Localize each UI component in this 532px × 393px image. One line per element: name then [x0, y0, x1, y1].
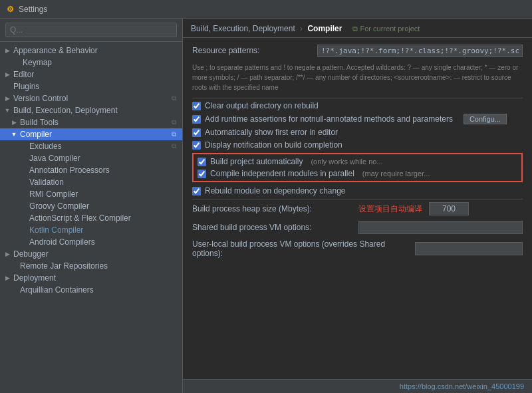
arrow-icon: ▶	[3, 275, 12, 281]
sidebar-item-build-exec[interactable]: ▼ Build, Execution, Deployment	[0, 104, 182, 116]
url-bar: https://blog.csdn.net/weixin_45000199	[183, 379, 532, 393]
checkbox-clear-output: Clear output directory on rebuild	[192, 101, 523, 110]
sidebar-item-plugins[interactable]: Plugins	[0, 80, 182, 92]
sidebar: ▶ Appearance & Behavior Keymap ▶ Editor …	[0, 19, 183, 393]
sidebar-item-kotlin[interactable]: Kotlin Compiler	[0, 224, 182, 236]
shared-vm-row: Shared build process VM options:	[192, 221, 523, 234]
arrow-icon: ▶	[3, 71, 12, 78]
icon-right: ⧉	[168, 142, 180, 150]
checkbox-rebuild-label[interactable]: Rebuild module on dependency change	[205, 186, 346, 196]
sidebar-tree: ▶ Appearance & Behavior Keymap ▶ Editor …	[0, 42, 182, 393]
checkbox-runtime-input[interactable]	[192, 115, 201, 124]
sidebar-item-validation[interactable]: Validation	[0, 176, 182, 188]
user-vm-row: User-local build process VM options (ove…	[192, 239, 523, 258]
checkbox-runtime-label[interactable]: Add runtime assertions for notnull-annot…	[205, 114, 453, 124]
sidebar-item-groovy[interactable]: Groovy Compiler	[0, 200, 182, 212]
highlighted-section: Build project automatically (only works …	[192, 153, 523, 182]
checkbox-show-error-label[interactable]: Automatically show first error in editor	[205, 128, 338, 137]
build-auto-note: (only works while no...	[311, 158, 382, 166]
shared-vm-input[interactable]	[358, 221, 523, 234]
title-text: Settings	[19, 5, 47, 14]
checkbox-compile-parallel-input[interactable]	[198, 170, 206, 178]
sidebar-item-debugger[interactable]: ▶ Debugger	[0, 248, 182, 260]
user-vm-input[interactable]	[415, 242, 523, 255]
arrow-icon: ▶	[3, 47, 12, 54]
heap-label: Build process heap size (Mbytes):	[192, 204, 352, 213]
heap-row: Build process heap size (Mbytes): 设置项目自动…	[192, 202, 523, 215]
checkbox-compile-parallel: Compile independent modules in parallel …	[198, 169, 517, 178]
sidebar-item-arquillian[interactable]: Arquillian Containers	[0, 284, 182, 296]
checkbox-notification-input[interactable]	[192, 141, 201, 150]
panel-header: Build, Execution, Deployment › Compiler …	[183, 19, 532, 38]
sidebar-item-appearance[interactable]: ▶ Appearance & Behavior	[0, 45, 182, 57]
resource-patterns-input[interactable]	[317, 45, 523, 57]
arrow-icon: ▼	[3, 107, 12, 114]
icon-right: ⧉	[168, 118, 180, 126]
checkbox-runtime-assertions: Add runtime assertions for notnull-annot…	[192, 114, 523, 124]
user-vm-label: User-local build process VM options (ove…	[192, 239, 408, 258]
sidebar-item-editor[interactable]: ▶ Editor	[0, 68, 182, 80]
arrow-icon: ▶	[3, 95, 12, 102]
search-box	[0, 19, 182, 42]
checkbox-build-auto-input[interactable]	[198, 158, 206, 166]
url-text: https://blog.csdn.net/weixin_45000199	[400, 382, 524, 390]
icon-right: ⧉	[168, 130, 180, 138]
checkbox-notification-label[interactable]: Display notification on build completion	[205, 140, 342, 150]
arrow-icon: ▼	[9, 131, 19, 138]
sidebar-item-build-tools[interactable]: ▶ Build Tools ⧉	[0, 116, 182, 128]
sidebar-item-deployment[interactable]: ▶ Deployment	[0, 272, 182, 284]
icon-right: ⧉	[168, 94, 180, 102]
checkbox-show-error: Automatically show first error in editor	[192, 128, 523, 137]
arrow-icon: ▶	[9, 119, 19, 126]
sidebar-item-compiler[interactable]: ▼ Compiler ⧉	[0, 128, 182, 140]
divider	[192, 98, 523, 98]
resource-patterns-label: Resource patterns:	[192, 45, 312, 55]
breadcrumb-part2: Compiler	[307, 24, 342, 33]
heap-note: 设置项目自动编译	[358, 203, 422, 215]
sidebar-item-actionscript[interactable]: ActionScript & Flex Compiler	[0, 212, 182, 224]
checkbox-rebuild-module: Rebuild module on dependency change	[192, 186, 523, 196]
panel-content: Resource patterns: Use ; to separate pat…	[183, 38, 532, 379]
divider2	[192, 199, 523, 199]
sidebar-item-excludes[interactable]: Excludes ⧉	[0, 140, 182, 152]
resource-patterns-row: Resource patterns:	[192, 45, 523, 57]
for-current-project-btn[interactable]: ⧉ For current project	[352, 25, 420, 33]
checkbox-rebuild-input[interactable]	[192, 187, 201, 196]
checkbox-show-error-input[interactable]	[192, 128, 201, 137]
breadcrumb: Build, Execution, Deployment › Compiler	[191, 24, 342, 33]
configure-button[interactable]: Configu...	[464, 114, 507, 124]
compile-parallel-note: (may require larger...	[362, 170, 430, 178]
checkbox-build-auto-label[interactable]: Build project automatically	[210, 157, 303, 166]
search-input[interactable]	[5, 23, 177, 37]
sidebar-item-keymap[interactable]: Keymap	[0, 57, 182, 68]
sidebar-item-version-control[interactable]: ▶ Version Control ⧉	[0, 92, 182, 104]
sidebar-item-android[interactable]: Android Compilers	[0, 236, 182, 248]
checkbox-clear-output-input[interactable]	[192, 102, 201, 110]
shared-vm-label: Shared build process VM options:	[192, 223, 352, 232]
sidebar-item-rmi[interactable]: RMI Compiler	[0, 188, 182, 200]
sidebar-item-annotation[interactable]: Annotation Processors	[0, 164, 182, 176]
checkbox-notification: Display notification on build completion	[192, 140, 523, 150]
settings-icon: ⚙	[5, 5, 15, 14]
main-container: ▶ Appearance & Behavior Keymap ▶ Editor …	[0, 19, 532, 393]
arrow-icon: ▶	[3, 251, 12, 257]
breadcrumb-separator: ›	[300, 24, 303, 33]
checkbox-clear-output-label[interactable]: Clear output directory on rebuild	[205, 101, 319, 110]
checkbox-build-auto: Build project automatically (only works …	[198, 157, 517, 166]
breadcrumb-part1: Build, Execution, Deployment	[191, 24, 295, 33]
right-panel: Build, Execution, Deployment › Compiler …	[183, 19, 532, 393]
sidebar-item-remote-jar[interactable]: Remote Jar Repositories	[0, 260, 182, 272]
title-bar: ⚙ Settings	[0, 0, 532, 19]
checkbox-compile-parallel-label[interactable]: Compile independent modules in parallel	[210, 169, 354, 178]
resource-hint: Use ; to separate patterns and ! to nega…	[192, 63, 523, 92]
heap-input[interactable]	[429, 202, 469, 215]
sidebar-item-java-compiler[interactable]: Java Compiler	[0, 152, 182, 164]
